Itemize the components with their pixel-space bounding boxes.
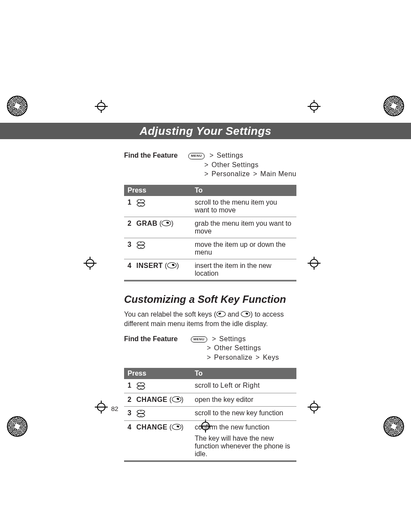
step-description: open the key editor: [191, 393, 296, 407]
menu-path: MENU > Settings > Other Settings > Perso…: [188, 151, 296, 179]
table-row: 3 scroll to the new key function: [124, 407, 296, 421]
soft-key-label: CHANGE: [136, 423, 167, 431]
menu-path-item: Personalize: [214, 354, 252, 361]
step-description: confirm the new function The key will ha…: [191, 421, 296, 461]
step-description: insert the item in the new location: [191, 259, 296, 280]
menu-path-item: Personalize: [212, 170, 250, 177]
step-number: 4: [128, 423, 134, 431]
print-crosshair-icon: [308, 401, 321, 414]
print-crosshair-icon: [308, 257, 321, 270]
scroll-key-icon: [136, 241, 146, 249]
menu-path-item: Other Settings: [214, 344, 261, 352]
table-row: 1 scroll to the menu item you want to mo…: [124, 196, 296, 217]
step-number: 1: [128, 382, 134, 389]
right-soft-key-icon: [162, 220, 171, 226]
step-number: 4: [128, 262, 134, 270]
menu-path-item: Settings: [219, 335, 246, 342]
menu-button-icon: MENU: [191, 336, 207, 343]
menu-path: MENU > Settings > Other Settings > Perso…: [191, 334, 279, 362]
menu-path-item: Other Settings: [212, 161, 258, 168]
col-press: Press: [124, 368, 191, 379]
step-number: 3: [128, 409, 134, 417]
right-soft-key-icon: [241, 311, 250, 317]
table-row: 3 move the item up or down the menu: [124, 238, 296, 259]
page-number: 82: [111, 405, 118, 412]
print-registration-mark: [383, 416, 404, 437]
right-soft-key-icon: [172, 396, 181, 402]
print-registration-mark: [383, 96, 404, 116]
section-heading: Customizing a Soft Key Function: [124, 293, 296, 305]
scroll-key-icon: [136, 382, 146, 390]
table-row: 2 CHANGE () open the key editor: [124, 393, 296, 407]
steps-table-soft-keys: Press To 1 scroll to Left or Right: [124, 368, 296, 462]
right-soft-key-icon: [172, 424, 181, 430]
step-number: 2: [128, 220, 134, 227]
section-body: You can relabel the soft keys ( and ) to…: [124, 310, 296, 329]
print-crosshair-icon: [95, 100, 108, 113]
scroll-key-icon: [136, 409, 146, 418]
col-to: To: [191, 368, 296, 379]
soft-key-label: GRAB: [136, 220, 157, 227]
print-crosshair-icon: [84, 257, 97, 270]
steps-table-main-menu: Press To 1 scroll to the menu item you w…: [124, 185, 296, 281]
right-soft-key-icon: [167, 262, 177, 268]
step-description: scroll to the new key function: [191, 407, 296, 421]
step-description: grab the menu item you want to move: [191, 217, 296, 238]
soft-key-label: INSERT: [136, 262, 163, 269]
print-registration-mark: [7, 96, 28, 116]
table-row: 2 GRAB () grab the menu item you want to…: [124, 217, 296, 238]
step-number: 3: [128, 241, 134, 249]
print-crosshair-icon: [308, 100, 321, 113]
scroll-key-icon: [136, 199, 146, 207]
left-soft-key-icon: [216, 311, 226, 317]
chapter-title: Adjusting Your Settings: [140, 124, 271, 138]
menu-button-icon: MENU: [188, 153, 205, 159]
print-registration-mark: [7, 416, 28, 437]
find-the-feature-label: Find the Feature: [124, 334, 191, 362]
step-number: 2: [128, 396, 134, 404]
step-description: scroll to Left or Right: [191, 379, 296, 393]
col-to: To: [191, 185, 296, 196]
table-row: 1 scroll to Left or Right: [124, 379, 296, 393]
chapter-title-banner: Adjusting Your Settings: [0, 123, 411, 139]
step-number: 1: [128, 199, 134, 206]
col-press: Press: [124, 185, 191, 196]
print-crosshair-icon: [95, 401, 108, 414]
step-description: move the item up or down the menu: [191, 238, 296, 259]
step-description: scroll to the menu item you want to move: [191, 196, 296, 217]
table-row: 4 CHANGE () confirm the new function The…: [124, 421, 296, 461]
table-row: 4 INSERT () insert the item in the new l…: [124, 259, 296, 280]
find-the-feature-block: Find the Feature MENU > Settings > Other…: [124, 151, 296, 179]
menu-path-item: Main Menu: [260, 170, 296, 177]
menu-path-item: Settings: [217, 152, 243, 159]
find-the-feature-label: Find the Feature: [124, 151, 188, 179]
menu-path-item: Keys: [263, 354, 279, 361]
find-the-feature-block: Find the Feature MENU > Settings > Other…: [124, 334, 296, 362]
soft-key-label: CHANGE: [136, 396, 167, 403]
